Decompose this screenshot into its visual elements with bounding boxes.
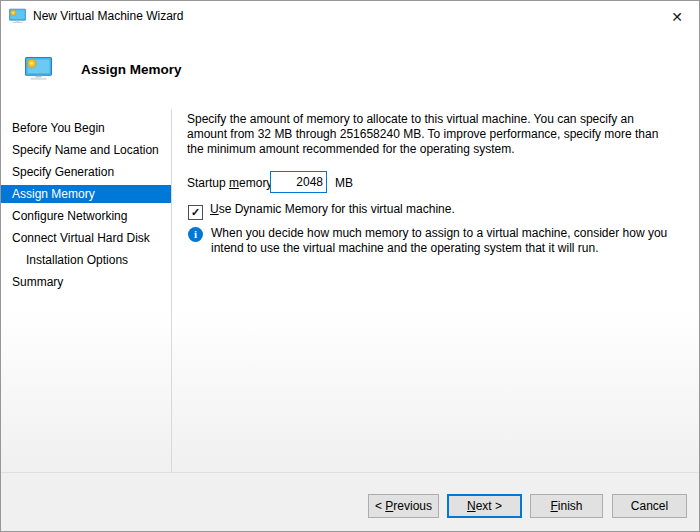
vm-monitor-icon — [9, 8, 26, 27]
previous-button[interactable]: < Previous — [368, 494, 439, 518]
title-bar[interactable]: New Virtual Machine Wizard ✕ — [1, 1, 699, 31]
new-vm-wizard-window: New Virtual Machine Wizard ✕ Assign Memo… — [0, 0, 700, 532]
sidebar-item-configure-networking[interactable]: Configure Networking — [1, 207, 171, 225]
next-button-accesskey: N — [467, 499, 476, 513]
startup-memory-label-pre: Startup — [187, 176, 229, 190]
dynamic-memory-row: ✓Use Dynamic Memory for this virtual mac… — [188, 202, 455, 220]
memory-unit-label: MB — [335, 176, 353, 190]
sidebar-divider — [171, 109, 172, 472]
wizard-steps-sidebar: Before You Begin Specify Name and Locati… — [1, 119, 171, 295]
memory-description-text: Specify the amount of memory to allocate… — [187, 112, 674, 157]
dynamic-memory-label-accesskey: U — [210, 202, 219, 216]
window-title: New Virtual Machine Wizard — [33, 9, 184, 23]
footer-bar: < Previous Next > Finish Cancel — [1, 473, 699, 531]
previous-button-rest: revious — [393, 499, 432, 513]
finish-button-rest: inish — [558, 499, 583, 513]
dynamic-memory-label[interactable]: Use Dynamic Memory for this virtual mach… — [210, 202, 455, 216]
cancel-button[interactable]: Cancel — [612, 494, 687, 518]
startup-memory-input[interactable] — [270, 171, 327, 193]
info-note-text: When you decide how much memory to assig… — [211, 226, 674, 256]
startup-memory-label: Startup memory: — [187, 176, 276, 190]
next-button-rest: ext > — [476, 499, 502, 513]
finish-button[interactable]: Finish — [530, 494, 603, 518]
dynamic-memory-checkbox[interactable]: ✓ — [188, 205, 203, 220]
dynamic-memory-label-rest: se Dynamic Memory for this virtual machi… — [219, 202, 455, 216]
sidebar-item-assign-memory[interactable]: Assign Memory — [1, 185, 171, 203]
next-button[interactable]: Next > — [447, 494, 522, 518]
vm-monitor-icon-large — [25, 57, 52, 83]
sidebar-item-installation-options[interactable]: Installation Options — [1, 251, 171, 269]
page-title: Assign Memory — [81, 62, 182, 77]
finish-button-accesskey: F — [550, 499, 557, 513]
close-icon[interactable]: ✕ — [666, 6, 688, 28]
sidebar-item-before-you-begin[interactable]: Before You Begin — [1, 119, 171, 137]
startup-memory-label-accesskey: m — [229, 176, 239, 190]
sidebar-item-summary[interactable]: Summary — [1, 273, 171, 291]
sidebar-item-connect-virtual-hard-disk[interactable]: Connect Virtual Hard Disk — [1, 229, 171, 247]
sidebar-item-specify-generation[interactable]: Specify Generation — [1, 163, 171, 181]
previous-button-pre: < — [375, 499, 385, 513]
cancel-button-pre: Cancel — [631, 499, 668, 513]
info-icon: i — [188, 227, 203, 242]
sidebar-item-specify-name-and-location[interactable]: Specify Name and Location — [1, 141, 171, 159]
